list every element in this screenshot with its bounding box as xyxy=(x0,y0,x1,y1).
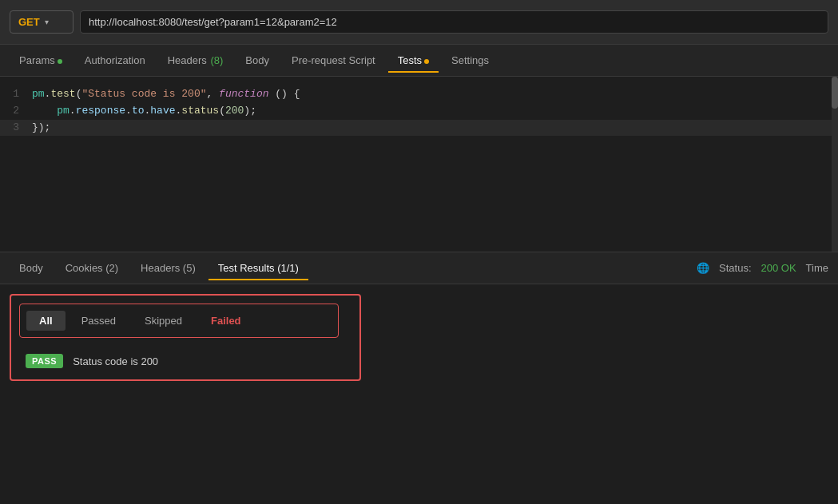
request-tabs-bar: Params Authorization Headers (8) Body Pr… xyxy=(0,45,838,77)
tab-params[interactable]: Params xyxy=(10,48,72,73)
status-label: Status: xyxy=(719,262,751,274)
code-content-3: }); xyxy=(32,120,838,137)
tab-headers[interactable]: Headers (8) xyxy=(158,48,233,73)
filter-tab-all[interactable]: All xyxy=(26,311,66,331)
url-input[interactable] xyxy=(80,10,828,34)
test-result-row: PASS Status code is 200 xyxy=(19,351,351,371)
chevron-down-icon: ▾ xyxy=(45,18,49,26)
pass-badge: PASS xyxy=(26,354,63,368)
filter-tab-failed[interactable]: Failed xyxy=(198,311,254,331)
tab-tests[interactable]: Tests xyxy=(388,48,439,73)
code-content-1: pm.test("Status code is 200", function (… xyxy=(32,86,838,103)
globe-icon: 🌐 xyxy=(697,262,709,274)
tab-authorization[interactable]: Authorization xyxy=(75,48,155,73)
method-label: GET xyxy=(18,16,40,28)
tab-prerequest[interactable]: Pre-request Script xyxy=(282,48,385,73)
code-content-2: pm.response.to.have.status(200); xyxy=(32,103,838,120)
bottom-tab-headers[interactable]: Headers (5) xyxy=(131,256,205,280)
time-label: Time xyxy=(806,262,828,274)
code-line-2: 2 pm.response.to.have.status(200); xyxy=(0,103,838,120)
test-results-box: All Passed Skipped Failed PASS Status co… xyxy=(10,294,361,381)
filter-tab-passed[interactable]: Passed xyxy=(69,311,129,331)
code-editor[interactable]: 1 pm.test("Status code is 200", function… xyxy=(0,77,838,252)
status-value: 200 OK xyxy=(761,262,796,274)
tab-body[interactable]: Body xyxy=(236,48,279,73)
line-number-1: 1 xyxy=(0,86,32,103)
tab-settings[interactable]: Settings xyxy=(442,48,498,73)
params-dot xyxy=(58,59,62,64)
line-number-3: 3 xyxy=(0,120,32,137)
test-results-panel: All Passed Skipped Failed PASS Status co… xyxy=(0,284,838,391)
test-filter-tabs: All Passed Skipped Failed xyxy=(19,304,339,338)
line-number-2: 2 xyxy=(0,103,32,120)
test-result-name: Status code is 200 xyxy=(73,355,158,367)
method-selector[interactable]: GET ▾ xyxy=(10,10,73,34)
tests-dot xyxy=(424,59,429,64)
code-line-1: 1 pm.test("Status code is 200", function… xyxy=(0,86,838,103)
scrollbar-thumb[interactable] xyxy=(832,77,838,109)
bottom-tab-test-results[interactable]: Test Results (1/1) xyxy=(209,256,308,280)
status-area: 🌐 Status: 200 OK Time xyxy=(697,262,828,274)
response-tabs-bar: Body Cookies (2) Headers (5) Test Result… xyxy=(0,252,838,284)
bottom-tab-body[interactable]: Body xyxy=(10,256,53,280)
url-bar: GET ▾ xyxy=(0,0,838,45)
filter-tab-skipped[interactable]: Skipped xyxy=(132,311,195,331)
code-line-3: 3 }); xyxy=(0,120,838,137)
bottom-tab-cookies[interactable]: Cookies (2) xyxy=(56,256,128,280)
scrollbar-track xyxy=(832,77,838,252)
